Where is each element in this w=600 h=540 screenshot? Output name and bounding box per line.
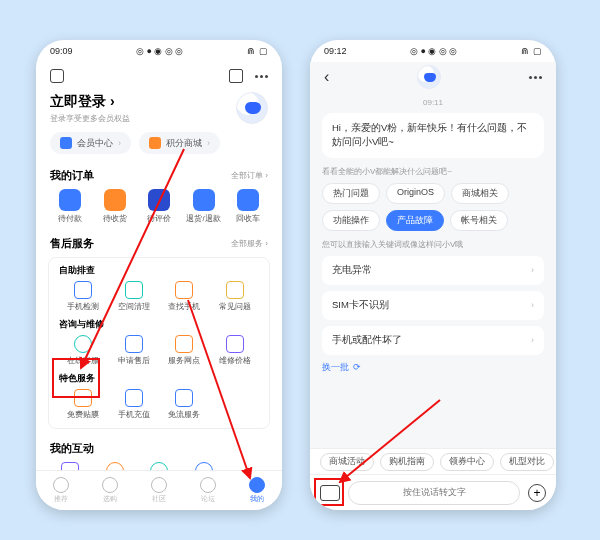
suggestion-row[interactable]: 商城活动 购机指南 领券中心 机型对比 以 xyxy=(310,448,556,474)
chip-function[interactable]: 功能操作 xyxy=(322,210,380,231)
order-pending-pay[interactable]: 待付款 xyxy=(52,189,88,224)
group-self: 自助排查 xyxy=(55,264,263,281)
highlight-box xyxy=(314,478,344,506)
sug-activity[interactable]: 商城活动 xyxy=(320,453,374,471)
hint-top: 看看全能的小V都能解决什么问题吧~ xyxy=(322,166,544,177)
self-phone-check[interactable]: 手机检测 xyxy=(61,281,105,312)
heart-icon xyxy=(53,477,69,493)
self-clean[interactable]: 空间清理 xyxy=(112,281,156,312)
interact-title: 我的互动 xyxy=(50,441,94,456)
order-pending-review[interactable]: 待评价 xyxy=(141,189,177,224)
tab-shop[interactable]: 选购 xyxy=(102,477,118,504)
orders-title: 我的订单 xyxy=(50,168,94,183)
phone-profile: 09:09 ◎ ● ◉ ◎ ◎ ⋒▢ 立即登录 › 登录享受更多会员权益 会员中… xyxy=(36,40,282,510)
chat-timestamp: 09:11 xyxy=(322,98,544,107)
sug-compare[interactable]: 机型对比 xyxy=(500,453,554,471)
wifi-icon: ⋒ xyxy=(247,46,255,56)
price-icon xyxy=(226,335,244,353)
phone-icon xyxy=(74,281,92,299)
self-faq[interactable]: 常见问题 xyxy=(213,281,257,312)
pill-member-center[interactable]: 会员中心› xyxy=(50,132,131,154)
clock: 09:09 xyxy=(50,46,73,56)
box-icon xyxy=(104,189,126,211)
aftersale-more[interactable]: 全部服务 › xyxy=(231,238,268,249)
consult-store[interactable]: 服务网点 xyxy=(162,335,206,366)
faq-sim[interactable]: SIM卡不识别› xyxy=(322,291,544,320)
orders-more[interactable]: 全部订单 › xyxy=(231,170,268,181)
store-icon xyxy=(175,335,193,353)
headset-icon xyxy=(74,335,92,353)
login-title[interactable]: 立即登录 › xyxy=(50,93,130,111)
wifi-icon: ⋒ xyxy=(521,46,529,56)
refund-icon xyxy=(193,189,215,211)
coin-icon xyxy=(149,137,161,149)
tab-forum[interactable]: 论坛 xyxy=(200,477,216,504)
group-consult: 咨询与维修 xyxy=(55,318,263,335)
order-refund[interactable]: 退货/退款 xyxy=(186,189,222,224)
chat-header: ‹ xyxy=(310,62,556,92)
form-icon xyxy=(125,335,143,353)
phone-chat: 09:12 ◎ ● ◉ ◎ ◎ ⋒▢ ‹ 09:11 Hi，亲爱的V粉，新年快乐… xyxy=(310,40,556,510)
status-bar: 09:09 ◎ ● ◉ ◎ ◎ ⋒▢ xyxy=(36,40,282,62)
question-icon xyxy=(226,281,244,299)
order-recycle[interactable]: 回收车 xyxy=(230,189,266,224)
bot-greeting: Hi，亲爱的V粉，新年快乐！有什么问题，不妨问问小V吧~ xyxy=(322,113,544,158)
order-pending-receive[interactable]: 待收货 xyxy=(97,189,133,224)
tab-mine[interactable]: 我的 xyxy=(249,477,265,504)
tab-community[interactable]: 社区 xyxy=(151,477,167,504)
chat-body: 09:11 Hi，亲爱的V粉，新年快乐！有什么问题，不妨问问小V吧~ 看看全能的… xyxy=(310,92,556,474)
data-icon xyxy=(175,389,193,407)
battery-icon: ▢ xyxy=(533,46,542,56)
bot-avatar[interactable] xyxy=(417,65,441,89)
top-bar xyxy=(36,62,282,90)
pill-points-mall[interactable]: 积分商城› xyxy=(139,132,220,154)
chip-originos[interactable]: OriginOS xyxy=(386,183,445,204)
chip-account[interactable]: 帐号相关 xyxy=(450,210,508,231)
more-icon[interactable] xyxy=(255,75,268,78)
login-subtitle: 登录享受更多会员权益 xyxy=(50,113,130,124)
refresh-icon: ⟳ xyxy=(353,362,361,372)
special-topup[interactable]: 手机充值 xyxy=(112,389,156,420)
highlight-box xyxy=(52,358,100,398)
aftersale-title: 售后服务 xyxy=(50,236,94,251)
wallet-icon xyxy=(59,189,81,211)
user-icon xyxy=(249,477,265,493)
settings-icon[interactable] xyxy=(50,69,64,83)
sug-coupon[interactable]: 领券中心 xyxy=(440,453,494,471)
category-chips: 热门问题 OriginOS 商城相关 功能操作 产品故障 帐号相关 xyxy=(322,183,544,231)
back-button[interactable]: ‹ xyxy=(324,68,329,86)
community-icon xyxy=(151,477,167,493)
broom-icon xyxy=(125,281,143,299)
topup-icon xyxy=(125,389,143,407)
consult-price[interactable]: 维修价格 xyxy=(213,335,257,366)
badge-icon xyxy=(60,137,72,149)
battery-icon: ▢ xyxy=(259,46,268,56)
cart-icon[interactable] xyxy=(229,69,243,83)
chip-hot[interactable]: 热门问题 xyxy=(322,183,380,204)
self-find[interactable]: 查找手机 xyxy=(162,281,206,312)
special-data[interactable]: 免流服务 xyxy=(162,389,206,420)
orders-row: 待付款 待收货 待评价 退货/退款 回收车 xyxy=(36,187,282,230)
input-bar: 按住说话转文字 + xyxy=(310,474,556,510)
chip-mall[interactable]: 商城相关 xyxy=(451,183,509,204)
avatar[interactable] xyxy=(236,92,268,124)
search-icon xyxy=(175,281,193,299)
sug-guide[interactable]: 购机指南 xyxy=(380,453,434,471)
tab-bar: 推荐 选购 社区 论坛 我的 xyxy=(36,470,282,510)
clock: 09:12 xyxy=(324,46,347,56)
aftersale-card: 自助排查 手机检测 空间清理 查找手机 常见问题 咨询与维修 在线客服 申请售后… xyxy=(48,257,270,429)
tab-recommend[interactable]: 推荐 xyxy=(53,477,69,504)
bag-icon xyxy=(102,477,118,493)
refresh-button[interactable]: 换一批 ⟳ xyxy=(322,361,544,374)
forum-icon xyxy=(200,477,216,493)
voice-input[interactable]: 按住说话转文字 xyxy=(348,481,520,505)
hint-mid: 您可以直接输入关键词或像这样问小V哦 xyxy=(322,239,544,250)
chat-icon xyxy=(148,189,170,211)
recycle-icon xyxy=(237,189,259,211)
plus-button[interactable]: + xyxy=(528,484,546,502)
consult-apply[interactable]: 申请售后 xyxy=(112,335,156,366)
faq-broken[interactable]: 手机或配件坏了› xyxy=(322,326,544,355)
more-icon[interactable] xyxy=(529,76,542,79)
chip-fault[interactable]: 产品故障 xyxy=(386,210,444,231)
faq-charging[interactable]: 充电异常› xyxy=(322,256,544,285)
